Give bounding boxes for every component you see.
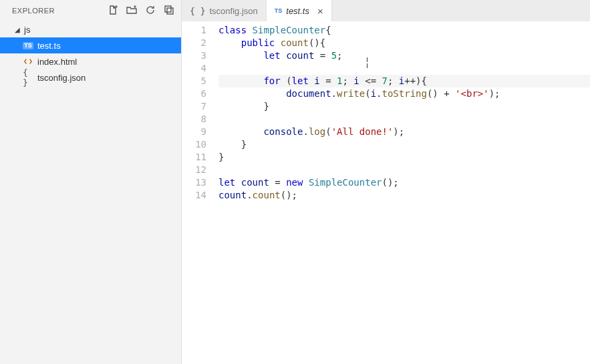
code-line[interactable]: count.count(); (218, 189, 590, 202)
code-line[interactable]: class SimpleCounter{ (218, 24, 590, 37)
code-line[interactable]: } (218, 151, 590, 164)
ts-file-icon: TS (275, 7, 283, 14)
tab[interactable]: { }tsconfig.json (182, 0, 267, 21)
folder-name: js (24, 25, 30, 35)
tab[interactable]: TStest.ts× (267, 0, 332, 21)
folder-row[interactable]: ◢ js (0, 21, 181, 37)
code-content[interactable]: class SimpleCounter{ public count(){ let… (218, 24, 590, 364)
code-line[interactable]: document.write(i.toString() + '<br>'); (218, 87, 590, 100)
file-name: tsconfig.json (37, 73, 86, 83)
code-line[interactable]: console.log('All done!'); (218, 126, 590, 138)
file-name: test.ts (37, 41, 61, 51)
line-number: 9 (182, 126, 206, 138)
chevron-down-icon: ◢ (15, 26, 21, 33)
code-line[interactable] (218, 62, 590, 75)
code-line[interactable]: } (218, 138, 590, 151)
json-file-icon: { } (190, 6, 205, 16)
file-name: index.html (37, 57, 77, 67)
file-list: TStest.tsindex.html{ }tsconfig.json (0, 37, 181, 85)
svg-rect-0 (165, 6, 171, 12)
code-line[interactable] (218, 164, 590, 176)
code-line[interactable]: for (let i = 1; i <= 7; i++){ (218, 75, 590, 87)
explorer-sidebar: EXPLORER ◢ js TStest.tsindex.html{ }tsco… (0, 0, 182, 364)
code-line[interactable]: public count(){ (218, 37, 590, 49)
line-number: 12 (182, 164, 206, 176)
line-number: 11 (182, 151, 206, 164)
line-number: 1 (182, 24, 206, 37)
svg-rect-1 (167, 8, 173, 14)
tab-label: test.ts (286, 6, 309, 16)
tab-label: tsconfig.json (209, 6, 257, 16)
file-row[interactable]: TStest.ts (0, 37, 181, 53)
line-number: 14 (182, 189, 206, 202)
line-number: 5 (182, 75, 206, 87)
explorer-title: EXPLORER (12, 7, 55, 15)
collapse-all-icon[interactable] (164, 5, 174, 17)
tab-bar: { }tsconfig.jsonTStest.ts× (182, 0, 590, 21)
refresh-icon[interactable] (145, 5, 156, 17)
line-number: 10 (182, 138, 206, 151)
line-number: 4 (182, 62, 206, 75)
code-line[interactable]: let count = new SimpleCounter(); (218, 176, 590, 189)
explorer-actions (108, 5, 174, 17)
line-number: 2 (182, 37, 206, 49)
file-row[interactable]: { }tsconfig.json (0, 69, 181, 85)
line-number-gutter: 1234567891011121314 (182, 24, 218, 364)
line-number: 6 (182, 87, 206, 100)
new-file-icon[interactable] (108, 5, 118, 17)
explorer-header: EXPLORER (0, 0, 181, 21)
line-number: 3 (182, 49, 206, 62)
code-line[interactable]: let count = 5; (218, 49, 590, 62)
html-file-icon (23, 57, 33, 66)
close-icon[interactable]: × (317, 5, 323, 17)
ts-file-icon: TS (23, 42, 33, 49)
line-number: 13 (182, 176, 206, 189)
code-line[interactable] (218, 113, 590, 126)
line-number: 8 (182, 113, 206, 126)
new-folder-icon[interactable] (126, 5, 137, 17)
line-number: 7 (182, 100, 206, 113)
code-editor[interactable]: 1234567891011121314 class SimpleCounter{… (182, 21, 590, 364)
json-file-icon: { } (23, 67, 33, 87)
code-line[interactable]: } (218, 100, 590, 113)
editor-area: { }tsconfig.jsonTStest.ts× 1234567891011… (182, 0, 590, 364)
